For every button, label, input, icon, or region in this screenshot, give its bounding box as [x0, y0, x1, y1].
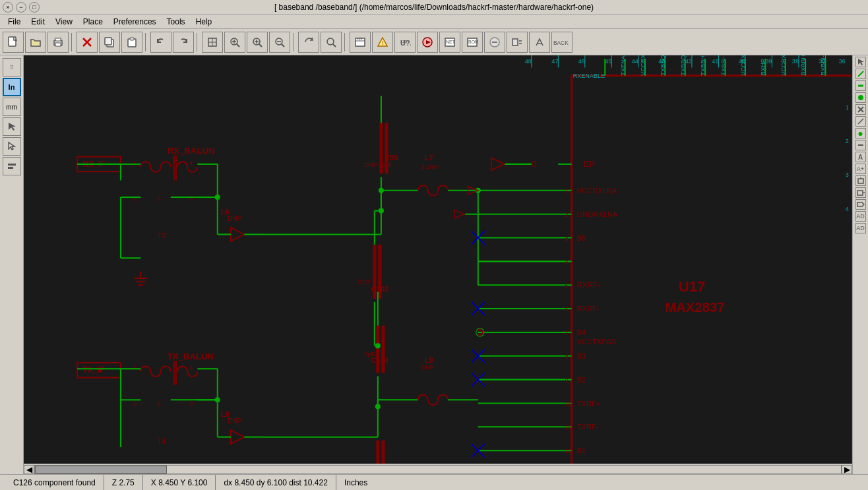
menu-preferences[interactable]: Preferences	[108, 16, 162, 28]
svg-text:1: 1	[565, 188, 568, 195]
unit-in-button[interactable]: In	[3, 78, 21, 96]
horizontal-scrollbar[interactable]: ◀ ▶	[24, 464, 852, 474]
svg-text:GNDRXLNA: GNDRXLNA	[577, 210, 618, 218]
undo-button[interactable]	[150, 32, 171, 53]
tool-a[interactable]	[484, 32, 505, 53]
delete-button[interactable]	[77, 32, 98, 53]
close-button[interactable]: ×	[3, 2, 13, 13]
zoom-in-button[interactable]	[247, 32, 268, 53]
svg-text:DNP: DNP	[228, 215, 242, 222]
back-button[interactable]: BACK	[551, 32, 573, 53]
schematic-canvas-container[interactable]: 48 47 46 45 44 43 42 41 40 39 38 37 36	[24, 55, 852, 474]
svg-text:2: 2	[133, 195, 137, 202]
erc-button[interactable]: !	[372, 32, 393, 53]
refresh-button[interactable]	[298, 32, 319, 53]
svg-text:47: 47	[551, 58, 558, 65]
svg-text:RXBBI+: RXBBI+	[800, 55, 807, 76]
zoom-fit-button[interactable]	[202, 32, 223, 53]
svg-text:3: 3	[846, 171, 849, 178]
svg-text:BOM: BOM	[468, 40, 478, 44]
net-button[interactable]: NET	[439, 32, 460, 53]
sep1	[71, 33, 74, 51]
svg-text:38: 38	[792, 58, 799, 65]
menu-edit[interactable]: Edit	[26, 16, 50, 28]
menu-help[interactable]: Help	[191, 16, 218, 28]
svg-text:6: 6	[565, 306, 568, 313]
junction-tool[interactable]	[855, 92, 866, 103]
cursor-tool[interactable]	[855, 57, 866, 67]
add-hier-pin[interactable]: AD	[855, 223, 866, 233]
menu-view[interactable]: View	[50, 16, 78, 28]
svg-text:12: 12	[565, 448, 571, 454]
svg-text:B5: B5	[577, 234, 586, 242]
menu-place[interactable]: Place	[78, 16, 108, 28]
zoom-area-button[interactable]	[224, 32, 245, 53]
svg-text:T3: T3	[158, 231, 166, 239]
scrollbar-thumb[interactable]	[35, 466, 167, 474]
titlebar: × − □ [ baseband /baseband/] (/home/marc…	[0, 0, 868, 15]
svg-text:123: 123	[400, 40, 408, 44]
new-button[interactable]	[3, 32, 24, 53]
wire-tool[interactable]	[855, 69, 866, 79]
zoom-out-button[interactable]	[269, 32, 290, 53]
add-component-tool[interactable]: A+	[855, 164, 866, 174]
svg-text:44: 44	[632, 58, 638, 65]
tool-c[interactable]	[529, 32, 550, 53]
svg-text:TXBBQ+: TXBBQ+	[680, 55, 687, 76]
copy-button[interactable]	[99, 32, 120, 53]
unit-mm-button[interactable]: mm	[3, 98, 21, 116]
svg-text:!: !	[382, 40, 384, 46]
move-dots-button[interactable]: ⠿	[3, 58, 21, 77]
svg-text:5: 5	[158, 400, 161, 406]
no-connect-tool[interactable]	[855, 104, 866, 115]
svg-text:0: 0	[532, 159, 536, 169]
scrollbar-track[interactable]	[34, 465, 842, 474]
line-tool[interactable]	[855, 140, 866, 150]
redo-button[interactable]	[173, 32, 194, 53]
align-tool-button[interactable]	[3, 157, 21, 175]
bom-button[interactable]: BOM	[462, 32, 483, 53]
menu-tools[interactable]: Tools	[162, 16, 191, 28]
svg-text:8: 8	[565, 353, 568, 360]
select-tool-button[interactable]	[3, 137, 21, 156]
wire-entry-tool[interactable]	[855, 116, 866, 127]
svg-rect-48	[24, 55, 852, 474]
green-dot-1[interactable]: ●	[855, 128, 866, 138]
netlist-button[interactable]: 123	[350, 32, 371, 53]
svg-text:DNP: DNP	[421, 364, 434, 371]
svg-text:MAX2837: MAX2837	[665, 300, 724, 315]
svg-line-18	[259, 44, 262, 47]
svg-text:5: 5	[565, 282, 568, 289]
svg-line-14	[237, 44, 239, 47]
paste-button[interactable]	[121, 32, 142, 53]
svg-text:TXENABLE: TXENABLE	[620, 55, 627, 76]
schematic-svg[interactable]: 48 47 46 45 44 43 42 41 40 39 38 37 36	[24, 55, 852, 474]
svg-text:B1: B1	[577, 446, 586, 454]
svg-text:45: 45	[605, 58, 611, 65]
scroll-left-button[interactable]: ◀	[24, 465, 34, 474]
select-cursor-button[interactable]	[3, 117, 21, 136]
bus-tool[interactable]	[855, 80, 866, 91]
svg-text:36: 36	[839, 58, 846, 65]
svg-rect-47	[8, 167, 13, 169]
tool-b[interactable]	[507, 32, 528, 53]
units: Inches	[336, 475, 375, 490]
text-add-tool[interactable]: A	[855, 152, 866, 162]
scroll-right-button[interactable]: ▶	[842, 465, 852, 474]
svg-rect-0	[9, 37, 16, 46]
add-hier-label[interactable]	[855, 199, 866, 210]
annotate-button[interactable]: U?A123	[394, 32, 416, 53]
open-file-button[interactable]	[25, 32, 46, 53]
svg-text:BACK: BACK	[553, 39, 569, 46]
add-label-tool[interactable]	[855, 187, 866, 198]
menu-file[interactable]: File	[3, 16, 26, 28]
menubar: File Edit View Place Preferences Tools H…	[0, 15, 868, 29]
run-button[interactable]	[417, 32, 438, 53]
search-button[interactable]	[321, 32, 342, 53]
print-button[interactable]	[47, 32, 69, 53]
add-power-tool[interactable]	[855, 175, 866, 186]
minimize-button[interactable]: −	[16, 2, 26, 13]
maximize-button[interactable]: □	[29, 2, 40, 13]
sep5	[344, 33, 347, 51]
add-sheet[interactable]: AD	[855, 211, 866, 222]
